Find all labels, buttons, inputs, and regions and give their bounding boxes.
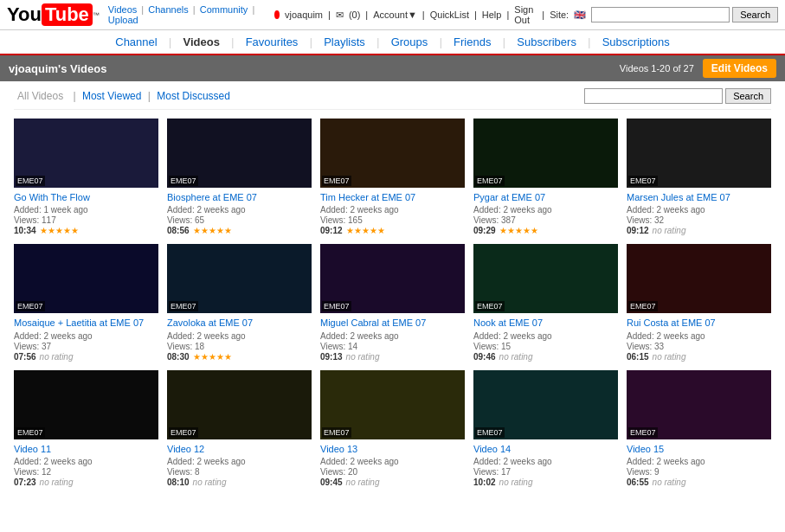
tab-favourites[interactable]: Favourites	[246, 35, 299, 48]
logo[interactable]: YouTube™	[7, 3, 100, 26]
thumbnail[interactable]: EME07	[320, 370, 465, 439]
video-views: Views: 387	[473, 215, 618, 225]
video-title[interactable]: Pygar at EME 07	[473, 191, 618, 203]
video-count: Videos 1-20 of 27	[620, 63, 694, 74]
username-link[interactable]: vjoaquim	[285, 10, 323, 20]
edit-videos-button[interactable]: Edit Videos	[703, 59, 776, 78]
video-title[interactable]: Zavoloka at EME 07	[167, 317, 312, 329]
video-stats: 06:55 no rating	[627, 478, 771, 487]
video-views: Views: 14	[320, 342, 465, 351]
video-item: EME07 Video 11 Added: 2 weeks ago Views:…	[14, 370, 158, 487]
tab-subscriptions[interactable]: Subscriptions	[602, 35, 670, 48]
video-title[interactable]: Video 14	[473, 443, 618, 455]
video-item: EME07 Video 12 Added: 2 weeks ago Views:…	[167, 370, 312, 487]
video-duration: 09:13	[320, 352, 343, 362]
content-search-input[interactable]	[584, 88, 723, 104]
video-stats: 10:02 no rating	[473, 478, 618, 487]
content-search-button[interactable]: Search	[725, 88, 771, 104]
thumbnail[interactable]: EME07	[473, 119, 618, 188]
thumbnail[interactable]: EME07	[14, 119, 158, 188]
video-item: EME07 Rui Costa at EME 07 Added: 2 weeks…	[627, 244, 771, 361]
video-duration: 09:12	[627, 226, 649, 235]
thumbnail[interactable]: EME07	[167, 119, 312, 188]
signout-link[interactable]: Sign Out	[514, 4, 537, 25]
video-views: Views: 15	[473, 342, 618, 351]
header-search-input[interactable]	[591, 7, 730, 22]
thumbnail[interactable]: EME07	[14, 370, 158, 439]
video-stats: 09:12 ★★★★★	[320, 226, 465, 235]
video-title[interactable]: Miguel Cabral at EME 07	[320, 317, 465, 329]
most-viewed-link[interactable]: Most Viewed	[82, 90, 141, 102]
video-added: Added: 2 weeks ago	[627, 205, 771, 215]
thumb-label: EME07	[169, 301, 198, 311]
tab-playlists[interactable]: Playlists	[324, 35, 365, 48]
video-stats: 07:56 no rating	[14, 352, 158, 362]
quicklist-link[interactable]: QuickList	[430, 10, 469, 20]
star-rating: ★★★★★	[40, 226, 79, 235]
video-title[interactable]: Go With The Flow	[14, 191, 158, 203]
video-title[interactable]: Video 12	[167, 443, 312, 455]
thumbnail[interactable]: EME07	[627, 119, 771, 188]
thumbnail[interactable]: EME07	[473, 244, 618, 313]
video-views: Views: 165	[320, 215, 465, 225]
header-search-button[interactable]: Search	[732, 7, 778, 22]
tab-videos[interactable]: Videos	[183, 35, 219, 48]
video-item: EME07 Tim Hecker at EME 07 Added: 2 week…	[320, 119, 465, 235]
messages-link[interactable]: (0)	[349, 10, 360, 20]
thumbnail[interactable]: EME07	[473, 370, 618, 439]
thumbnail[interactable]: EME07	[167, 244, 312, 313]
page-title-bar: vjoaquim's Videos Videos 1-20 of 27 Edit…	[0, 55, 785, 81]
help-link[interactable]: Help	[482, 10, 502, 20]
video-title[interactable]: Biosphere at EME 07	[167, 191, 312, 203]
thumbnail[interactable]: EME07	[320, 119, 465, 188]
video-added: Added: 2 weeks ago	[320, 331, 465, 341]
thumbnail[interactable]: EME07	[14, 244, 158, 313]
page-title-right: Videos 1-20 of 27 Edit Videos	[620, 59, 776, 78]
thumbnail[interactable]: EME07	[627, 370, 771, 439]
account-link[interactable]: Account▼	[373, 10, 417, 20]
tab-subscribers[interactable]: Subscribers	[517, 35, 576, 48]
video-title[interactable]: Mosaique + Laetitia at EME 07	[14, 317, 158, 329]
video-grid: EME07 Go With The Flow Added: 1 week ago…	[14, 119, 771, 487]
nav-upload[interactable]: Upload	[108, 15, 138, 25]
tab-channel[interactable]: Channel	[115, 35, 157, 48]
video-stats: 09:46 no rating	[473, 352, 618, 362]
video-item: EME07 Pygar at EME 07 Added: 2 weeks ago…	[473, 119, 618, 235]
nav-community[interactable]: Community	[200, 4, 248, 15]
video-item: EME07 Video 14 Added: 2 weeks ago Views:…	[473, 370, 618, 487]
most-discussed-link[interactable]: Most Discussed	[157, 90, 230, 102]
tab-friends[interactable]: Friends	[454, 35, 491, 48]
flag-icon: 🇬🇧	[574, 10, 586, 21]
video-duration: 09:12	[320, 226, 343, 235]
video-added: Added: 2 weeks ago	[167, 331, 312, 341]
nav-channels[interactable]: Channels	[148, 4, 188, 15]
video-duration: 06:55	[627, 478, 649, 487]
no-rating: no rating	[653, 226, 686, 235]
thumbnail[interactable]: EME07	[627, 244, 771, 313]
video-title[interactable]: Video 13	[320, 443, 465, 455]
mail-icon: ✉	[336, 10, 344, 21]
tab-groups[interactable]: Groups	[391, 35, 428, 48]
video-title[interactable]: Video 11	[14, 443, 158, 455]
video-title[interactable]: Tim Hecker at EME 07	[320, 191, 465, 203]
video-added: Added: 2 weeks ago	[473, 331, 618, 341]
video-title[interactable]: Video 15	[627, 443, 771, 455]
video-title[interactable]: Marsen Jules at EME 07	[627, 191, 771, 203]
thumbnail[interactable]: EME07	[167, 370, 312, 439]
video-added: Added: 2 weeks ago	[167, 205, 312, 215]
video-added: Added: 2 weeks ago	[627, 331, 771, 341]
video-title[interactable]: Nook at EME 07	[473, 317, 618, 329]
video-added: Added: 2 weeks ago	[473, 457, 618, 466]
video-item: EME07 Zavoloka at EME 07 Added: 2 weeks …	[167, 244, 312, 361]
video-title[interactable]: Rui Costa at EME 07	[627, 317, 771, 329]
no-rating: no rating	[653, 478, 686, 487]
video-stats: 08:10 no rating	[167, 478, 312, 487]
nav-videos[interactable]: Videos	[108, 4, 137, 15]
video-added: Added: 2 weeks ago	[14, 457, 158, 466]
thumb-label: EME07	[322, 301, 351, 311]
video-duration: 10:34	[14, 226, 36, 235]
header: YouTube™ Videos | Channels | Community |…	[0, 0, 785, 30]
video-stats: 09:13 no rating	[320, 352, 465, 362]
video-item: EME07 Video 15 Added: 2 weeks ago Views:…	[627, 370, 771, 487]
thumbnail[interactable]: EME07	[320, 244, 465, 313]
